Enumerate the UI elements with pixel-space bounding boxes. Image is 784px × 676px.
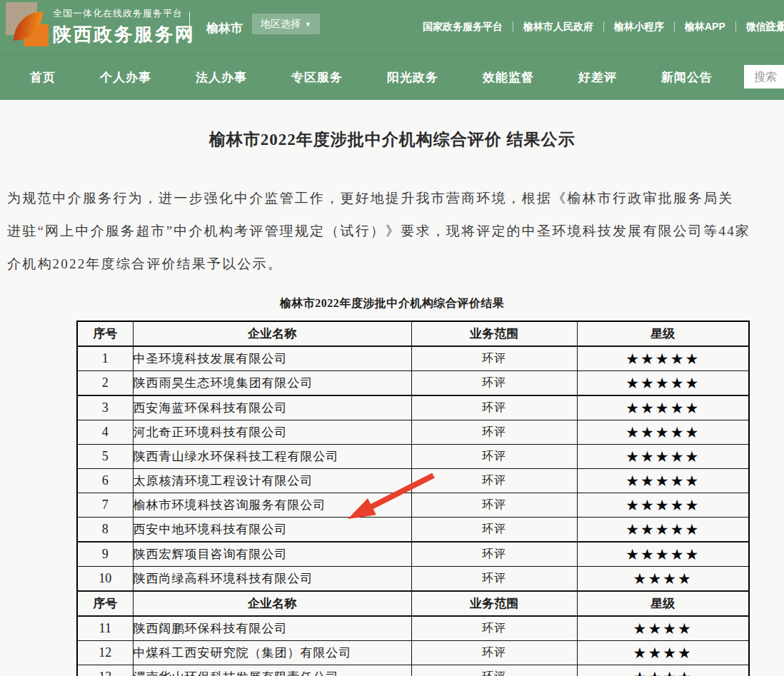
cell-no: 2: [77, 371, 133, 396]
cell-name: 陕西青山绿水环保科技工程有限公司: [133, 445, 411, 469]
table-row: 4河北奇正环境科技有限公司环评★★★★★: [77, 420, 749, 445]
cell-name: 陕西阔鹏环保科技有限公司: [133, 616, 411, 641]
cell-no: 3: [77, 395, 133, 420]
cell-name: 榆林市环境科技咨询服务有限公司: [133, 493, 411, 518]
cell-scope: 环评: [411, 518, 577, 543]
cell-stars: ★★★★★: [577, 542, 749, 567]
paragraph-line: 进驻“网上中介服务超市”中介机构考评管理规定（试行）》要求，现将评定的中圣环境科…: [7, 215, 784, 248]
cell-name: 中煤科工西安研究院（集团）有限公司: [133, 641, 411, 665]
cell-name: 西安中地环境科技有限公司: [133, 518, 411, 543]
cell-scope: 环评: [411, 567, 577, 592]
register-link[interactable]: 注册: [765, 20, 784, 34]
notice-paragraph: 为规范中介服务行为，进一步强化中介监管工作，更好地提升我市营商环境，根据《榆林市…: [0, 182, 784, 281]
nav-item[interactable]: 专区服务: [291, 69, 343, 86]
nav-item[interactable]: 阳光政务: [387, 69, 438, 86]
table-row: 11陕西阔鹏环保科技有限公司环评★★★★: [77, 616, 749, 641]
column-header: 企业名称: [133, 591, 411, 616]
column-header: 星级: [577, 321, 749, 346]
cell-name: 太原核清环境工程设计有限公司: [133, 469, 411, 493]
cell-stars: ★★★★★: [577, 493, 749, 518]
header-links: 国家政务服务平台榆林市人民政府榆林小程序榆林APP微信公众号: [413, 0, 784, 54]
cell-no: 10: [77, 567, 133, 592]
column-header: 企业名称: [133, 321, 411, 346]
cell-stars: ★★★★★: [577, 346, 749, 371]
notice-document: 榆林市2022年度涉批中介机构综合评价 结果公示 为规范中介服务行为，进一步强化…: [0, 100, 784, 676]
cell-name: 陕西雨昊生态环境集团有限公司: [133, 371, 411, 396]
column-header: 业务范围: [411, 321, 577, 346]
cell-scope: 环评: [411, 665, 577, 676]
table-header-row: 序号企业名称业务范围星级: [77, 321, 749, 346]
cell-no: 11: [77, 616, 133, 641]
cell-scope: 环评: [411, 616, 577, 641]
table-row: 13渭南华山环保科技发展有限责任公司环评★★★★: [77, 665, 749, 676]
cell-name: 渭南华山环保科技发展有限责任公司: [133, 665, 411, 676]
nav-item[interactable]: 新闻公告: [661, 69, 713, 86]
cell-scope: 环评: [411, 445, 577, 469]
cell-scope: 环评: [411, 641, 577, 665]
cell-no: 8: [77, 518, 133, 543]
cell-stars: ★★★★: [577, 567, 749, 592]
paragraph-line: 介机构2022年度综合评价结果予以公示。: [7, 248, 784, 281]
table-row: 9陕西宏辉项目咨询有限公司环评★★★★★: [77, 542, 749, 567]
cell-scope: 环评: [411, 493, 577, 518]
brand-text: 全国一体化在线政务服务平台 陕西政务服务网: [53, 7, 196, 47]
cell-no: 5: [77, 445, 133, 469]
cell-name: 中圣环境科技发展有限公司: [133, 346, 411, 371]
header-link[interactable]: 榆林APP: [675, 21, 736, 32]
cell-stars: ★★★★: [577, 665, 749, 676]
site-name: 陕西政务服务网: [53, 22, 196, 47]
table-header-row: 序号企业名称业务范围星级: [77, 591, 749, 616]
header-link[interactable]: 榆林小程序: [604, 21, 675, 32]
paragraph-line: 为规范中介服务行为，进一步强化中介监管工作，更好地提升我市营商环境，根据《榆林市…: [7, 182, 784, 215]
table-row: 6太原核清环境工程设计有限公司环评★★★★★: [77, 469, 749, 493]
cell-no: 6: [77, 469, 133, 493]
chevron-down-icon: ▼: [305, 21, 311, 28]
site-header: 全国一体化在线政务服务平台 陕西政务服务网 榆林市 地区选择 ▼ 国家政务服务平…: [0, 0, 784, 54]
cell-scope: 环评: [411, 346, 577, 371]
cell-scope: 环评: [411, 395, 577, 420]
table-row: 2陕西雨昊生态环境集团有限公司环评★★★★★: [77, 371, 749, 396]
table-row: 1中圣环境科技发展有限公司环评★★★★★: [77, 346, 749, 371]
table-row: 12中煤科工西安研究院（集团）有限公司环评★★★★: [77, 641, 749, 665]
cell-stars: ★★★★★: [577, 420, 749, 445]
cell-stars: ★★★★: [577, 641, 749, 665]
column-header: 业务范围: [411, 591, 577, 616]
cell-no: 1: [77, 346, 133, 371]
search-input[interactable]: [744, 65, 784, 89]
platform-tagline: 全国一体化在线政务服务平台: [53, 7, 196, 20]
nav-items: 首页个人办事法人办事专区服务阳光政务效能监督好差评新闻公告: [30, 69, 713, 86]
table-row: 3西安海蓝环保科技有限公司环评★★★★★: [77, 395, 749, 420]
cell-name: 河北奇正环境科技有限公司: [133, 420, 411, 445]
column-header: 序号: [77, 591, 133, 616]
cell-scope: 环评: [411, 420, 577, 445]
table-row: 5陕西青山绿水环保科技工程有限公司环评★★★★★: [77, 445, 749, 469]
table-row: 10陕西尚绿高科环境科技有限公司环评★★★★: [77, 567, 749, 592]
column-header: 序号: [77, 321, 133, 346]
cell-stars: ★★★★★: [577, 445, 749, 469]
nav-item[interactable]: 个人办事: [100, 69, 151, 86]
region-select-label: 地区选择: [261, 18, 301, 31]
cell-scope: 环评: [411, 542, 577, 567]
header-link[interactable]: 国家政务服务平台: [413, 21, 513, 32]
cell-stars: ★★★★★: [577, 518, 749, 543]
cell-no: 12: [77, 641, 133, 665]
main-nav: 首页个人办事法人办事专区服务阳光政务效能监督好差评新闻公告: [0, 54, 784, 100]
cell-scope: 环评: [411, 371, 577, 396]
nav-item[interactable]: 好差评: [578, 69, 617, 86]
current-city-label: 榆林市: [206, 20, 243, 36]
cell-no: 9: [77, 542, 133, 567]
cell-no: 4: [77, 420, 133, 445]
cell-stars: ★★★★★: [577, 469, 749, 493]
nav-item[interactable]: 法人办事: [196, 69, 247, 86]
header-link[interactable]: 榆林市人民政府: [513, 21, 604, 32]
nav-item[interactable]: 首页: [30, 69, 56, 86]
column-header: 星级: [577, 591, 749, 616]
region-select-button[interactable]: 地区选择 ▼: [252, 14, 320, 34]
table-caption: 榆林市2022年度涉批中介机构综合评价结果: [0, 296, 784, 311]
cell-name: 陕西尚绿高科环境科技有限公司: [133, 567, 411, 592]
table-row: 7榆林市环境科技咨询服务有限公司环评★★★★★: [77, 493, 749, 518]
cell-stars: ★★★★★: [577, 395, 749, 420]
cell-no: 7: [77, 493, 133, 518]
nav-item[interactable]: 效能监督: [483, 69, 534, 86]
cell-no: 13: [77, 665, 133, 676]
